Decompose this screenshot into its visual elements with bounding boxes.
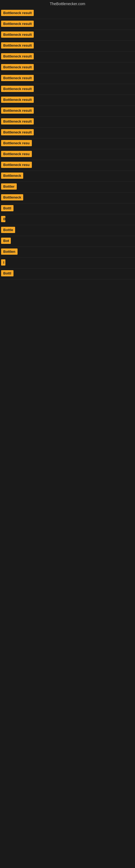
bottleneck-badge[interactable]: Bottleneck: [1, 194, 23, 200]
bottleneck-badge[interactable]: Bottle: [1, 227, 15, 233]
list-item: I: [0, 258, 135, 269]
bottleneck-badge[interactable]: Bottleneck result: [1, 129, 34, 135]
bottleneck-badge[interactable]: Bottleneck result: [1, 97, 34, 103]
bottleneck-badge[interactable]: Bottlen: [1, 248, 17, 255]
list-item: Bottleneck result: [0, 127, 135, 138]
bottleneck-badge[interactable]: Bottleneck result: [1, 53, 34, 59]
list-item: Bottleneck: [0, 171, 135, 182]
bottleneck-badge[interactable]: Bot: [1, 238, 11, 244]
list-item: Bottleneck result: [0, 84, 135, 95]
list-item: B: [0, 214, 135, 225]
bottleneck-badge[interactable]: Bottleneck result: [1, 42, 34, 49]
bottleneck-badge[interactable]: Bottleneck result: [1, 118, 34, 124]
bottleneck-badge[interactable]: Bottleneck result: [1, 64, 34, 70]
bottleneck-badge[interactable]: Bottleneck result: [1, 10, 34, 16]
list-item: Bottleneck result: [0, 41, 135, 52]
list-item: Bottleneck result: [0, 73, 135, 84]
list-item: Bottleneck result: [0, 106, 135, 117]
bottleneck-badge[interactable]: Bottleneck result: [1, 107, 34, 114]
list-item: Bottleneck result: [0, 95, 135, 106]
list-item: Bottleneck result: [0, 117, 135, 127]
bottleneck-badge[interactable]: Bottleneck result: [1, 21, 34, 27]
list-item: Bottleneck result: [0, 30, 135, 41]
list-item: Bottleneck result: [0, 8, 135, 19]
bottleneck-badge[interactable]: Bottleneck result: [1, 75, 34, 81]
bottleneck-badge[interactable]: Bottleneck resu: [1, 151, 32, 157]
bottleneck-badge[interactable]: B: [1, 216, 5, 222]
list-item: Bottl: [0, 204, 135, 214]
list-item: Bottleneck resu: [0, 138, 135, 149]
list-item: Bottl: [0, 269, 135, 279]
bottleneck-badge[interactable]: I: [1, 259, 5, 266]
list-item: Bottleneck resu: [0, 149, 135, 160]
list-item: Bot: [0, 236, 135, 247]
list-item: Bottle: [0, 225, 135, 236]
bottleneck-badge[interactable]: Bottleneck resu: [1, 162, 32, 168]
list-item: Bottler: [0, 182, 135, 193]
list-item: Bottleneck resu: [0, 160, 135, 171]
list-item: Bottleneck result: [0, 62, 135, 73]
page-container: TheBottlenecker.com Bottleneck resultBot…: [0, 0, 135, 279]
bottleneck-badge[interactable]: Bottl: [1, 270, 13, 276]
list-item: Bottleneck result: [0, 19, 135, 30]
bottleneck-badge[interactable]: Bottleneck resu: [1, 140, 32, 146]
rows-container: Bottleneck resultBottleneck resultBottle…: [0, 8, 135, 279]
bottleneck-badge[interactable]: Bottl: [1, 205, 13, 211]
list-item: Bottlen: [0, 247, 135, 258]
bottleneck-badge[interactable]: Bottler: [1, 183, 17, 190]
list-item: Bottleneck result: [0, 52, 135, 62]
bottleneck-badge[interactable]: Bottleneck result: [1, 86, 34, 92]
bottleneck-badge[interactable]: Bottleneck result: [1, 31, 34, 38]
list-item: Bottleneck: [0, 193, 135, 204]
bottleneck-badge[interactable]: Bottleneck: [1, 173, 23, 179]
site-title: TheBottlenecker.com: [0, 0, 135, 8]
